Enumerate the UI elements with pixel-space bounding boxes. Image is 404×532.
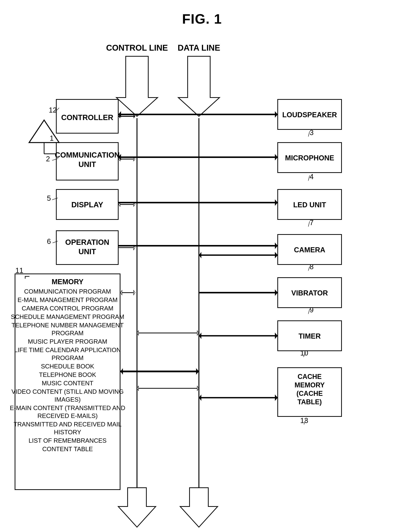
loudspeaker-box — [278, 99, 341, 129]
disp-led-arrow-r — [275, 199, 278, 206]
mem-vib-ctrl-r — [134, 290, 135, 295]
cache-label1: CACHE — [298, 373, 322, 380]
mem-vib-arrow — [275, 289, 278, 296]
memory-title: MEMORY — [51, 278, 83, 286]
controller-box — [56, 99, 118, 133]
mem-item-12b: RECEIVED E-MAILS) — [38, 412, 98, 419]
svg-line-6 — [308, 221, 310, 227]
comm-unit-label1: COMMUNICATION — [55, 151, 120, 159]
cache-label4: TABLE) — [297, 398, 322, 406]
mem-item-11a: VIDEO CONTENT (STILL AND MOVING — [12, 388, 124, 395]
camera-label: CAMERA — [294, 246, 325, 254]
comm-ctrl-arrow-l — [119, 157, 120, 161]
memory-box — [15, 274, 120, 490]
mem-item-15: CONTENT TABLE — [42, 445, 93, 452]
control-line-arrow — [116, 56, 158, 116]
mem-item-8: SCHEDULE BOOK — [41, 363, 94, 370]
timer-box — [278, 321, 341, 351]
controller-label: CONTROLLER — [61, 113, 113, 121]
svg-line-4 — [308, 131, 310, 137]
ref-8: 8 — [310, 263, 314, 271]
ref-13: 13 — [300, 417, 308, 424]
mem-item-5a: TELEPHONE NUMBER MANAGEMENT — [12, 322, 124, 329]
data-down-arrow — [180, 488, 218, 527]
microphone-label: MICROPHONE — [285, 154, 334, 162]
disp-ctrl-arrow-r — [134, 203, 135, 206]
ref-4: 4 — [310, 173, 314, 181]
comm-micro-arrow-r — [275, 154, 278, 160]
ref-12: 12 — [49, 106, 57, 114]
mem-item-3: CAMERA CONTROL PROGRAM — [22, 305, 113, 312]
svg-line-9 — [303, 352, 306, 357]
mem-schedule-arrow-r — [196, 368, 199, 375]
data-line-label: DATA LINE — [178, 43, 220, 52]
led-box — [278, 190, 341, 220]
ref-5: 5 — [47, 194, 51, 202]
mem-item-7a: LIFE TIME CALENDAR APPLICATION — [14, 347, 121, 353]
timer-label: TIMER — [299, 332, 321, 340]
svg-line-7 — [308, 266, 310, 271]
mem-item-10: MUSIC CONTENT — [42, 380, 93, 387]
timer-ctrl-r — [197, 331, 199, 335]
cache-ctrl-l — [137, 386, 139, 391]
ref-10: 10 — [300, 349, 308, 357]
led-label: LED UNIT — [293, 201, 326, 209]
ref-6: 6 — [47, 237, 51, 245]
svg-line-2 — [52, 198, 58, 200]
cache-label2: MEMORY — [295, 381, 325, 389]
mem-item-2: E-MAIL MANAGEMENT PROGRAM — [18, 296, 118, 303]
comm-unit-label2: UNIT — [78, 160, 96, 168]
mem-item-12a: E-MAIN CONTENT (TRANSMITTED AND — [10, 405, 125, 411]
mem-item-9: TELEPHONE BOOK — [39, 371, 96, 378]
mem-vib-ctrl-l — [121, 290, 122, 295]
vibrator-box — [278, 278, 341, 308]
ref-1: 1 — [50, 134, 54, 142]
camera-data-arrow-l — [199, 252, 201, 258]
mem-item-1: COMMUNICATION PROGRAM — [24, 288, 111, 295]
svg-line-5 — [308, 175, 310, 181]
ref-11: 11 — [15, 266, 23, 274]
camera-data-arrow-r — [275, 252, 278, 258]
ref-11-curve: ⌐ — [24, 271, 30, 282]
svg-line-1 — [52, 158, 58, 160]
cache-ctrl-r — [197, 386, 199, 391]
cache-label3: (CACHE — [296, 390, 323, 397]
mem-item-4: SCHEDULE MANAGEMENT PROGRAM — [11, 313, 124, 320]
ctrl-loudspeaker-arrow-r — [275, 111, 278, 118]
camera-box — [278, 234, 341, 265]
operation-label2: UNIT — [78, 247, 96, 256]
antenna-symbol — [29, 120, 59, 143]
ref-2: 2 — [46, 155, 50, 163]
disp-ctrl-arrow-l — [119, 203, 120, 206]
loudspeaker-label: LOUDSPEAKER — [282, 111, 337, 119]
op-camera-arrow — [275, 243, 278, 249]
svg-line-10 — [304, 419, 306, 424]
ctrl-loudspeaker-arrow-l — [118, 111, 121, 118]
svg-line-0 — [55, 108, 59, 112]
microphone-box — [278, 143, 341, 173]
ctrl-arrow-right1 — [134, 114, 135, 119]
data-line-arrow — [178, 56, 219, 116]
ref-7: 7 — [310, 219, 314, 227]
mem-item-6: MUSIC PLAYER PROGRAM — [28, 338, 107, 345]
control-down-arrow — [118, 488, 156, 527]
mem-item-13a: TRANSMITTED AND RECEIVED MAIL — [13, 421, 122, 428]
mem-item-11b: IMAGES) — [54, 396, 81, 403]
comm-micro-arrow-l — [118, 154, 121, 160]
vibrator-label: VIBRATOR — [291, 289, 328, 297]
cache-data-arrow-l — [199, 394, 201, 401]
timer-data-arrow-l — [199, 333, 201, 339]
mem-item-5b: PROGRAM — [51, 329, 84, 336]
timer-ctrl-l — [137, 331, 139, 335]
mem-schedule-arrow-l — [121, 368, 123, 375]
ref-9: 9 — [310, 306, 314, 314]
ctrl-arrow-left1 — [119, 114, 120, 119]
display-box — [56, 190, 118, 220]
cache-box — [278, 368, 341, 417]
svg-line-8 — [308, 309, 310, 314]
comm-ctrl-arrow-r — [134, 157, 135, 161]
svg-line-3 — [52, 241, 58, 243]
mem-item-7b: PROGRAM — [51, 354, 84, 361]
mem-item-13b: HISTORY — [54, 429, 81, 436]
display-label: DISPLAY — [71, 201, 103, 209]
